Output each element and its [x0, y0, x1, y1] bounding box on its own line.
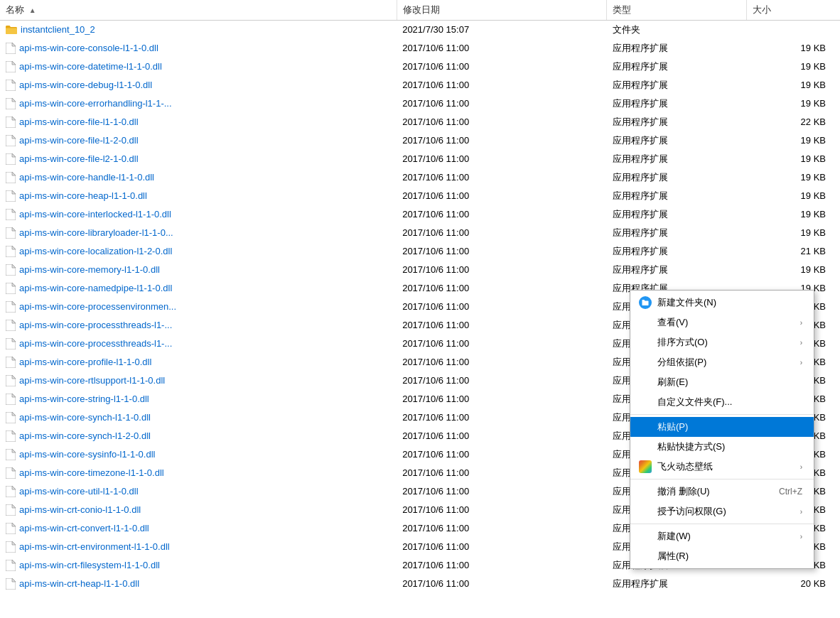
context-menu-item[interactable]: 飞火动态壁纸› [630, 457, 814, 477]
file-date-cell: 2017/10/6 11:00 [397, 205, 607, 224]
file-name-cell: api-ms-win-crt-filesystem-l1-1-0.dll [0, 556, 397, 575]
dll-icon [6, 61, 16, 72]
context-menu-item[interactable]: 查看(V)› [630, 313, 814, 332]
context-menu-item[interactable]: 刷新(E) [630, 372, 814, 392]
table-header-row: 名称 ▲ 修改日期 类型 大小 [0, 0, 840, 21]
file-size-cell: 19 KB [747, 261, 840, 279]
file-size-cell: 19 KB [747, 150, 840, 168]
file-date-cell: 2017/10/6 11:00 [397, 408, 607, 427]
file-size-cell: 19 KB [747, 76, 840, 94]
menu-item-arrow: › [800, 508, 802, 516]
menu-separator [630, 524, 814, 524]
file-name-cell: api-ms-win-core-sysinfo-l1-1-0.dll [0, 445, 397, 464]
file-name-text: api-ms-win-core-profile-l1-1-0.dll [19, 357, 151, 367]
col-header-name[interactable]: 名称 ▲ [0, 0, 397, 21]
file-name-text: api-ms-win-core-processthreads-l1-... [19, 338, 172, 349]
dll-icon [6, 153, 16, 165]
file-name-text: api-ms-win-core-namedpipe-l1-1-0.dll [19, 283, 172, 293]
dll-icon [6, 209, 16, 220]
table-row[interactable]: api-ms-win-core-memory-l1-1-0.dll2017/10… [0, 261, 840, 279]
file-name-cell: api-ms-win-core-string-l1-1-0.dll [0, 390, 397, 408]
context-menu-item[interactable]: 粘贴快捷方式(S) [630, 437, 814, 457]
col-header-size[interactable]: 大小 [747, 0, 840, 21]
dll-icon [6, 190, 16, 202]
file-type-cell: 应用程序扩展 [607, 150, 747, 168]
file-name-text: api-ms-win-core-memory-l1-1-0.dll [19, 264, 160, 275]
file-size-cell: 19 KB [747, 131, 840, 150]
file-name-cell: api-ms-win-core-processthreads-l1-... [0, 335, 397, 353]
context-menu-item[interactable]: 排序方式(O)› [630, 332, 814, 352]
table-row[interactable]: api-ms-win-crt-heap-l1-1-0.dll2017/10/6 … [0, 575, 840, 593]
context-menu-item[interactable]: 授予访问权限(G)› [630, 502, 814, 521]
dll-icon [6, 246, 16, 257]
col-size-label: 大小 [753, 4, 771, 15]
file-date-cell: 2017/10/6 11:00 [397, 445, 607, 464]
file-name-cell: api-ms-win-crt-environment-l1-1-0.dll [0, 538, 397, 556]
file-size-cell: 19 KB [747, 224, 840, 242]
table-row[interactable]: api-ms-win-core-localization-l1-2-0.dll2… [0, 242, 840, 261]
context-menu-item[interactable]: 新建文件夹(N) [630, 293, 814, 313]
file-type-cell: 应用程序扩展 [607, 242, 747, 261]
context-menu-item[interactable]: 自定义文件夹(F)... [630, 392, 814, 412]
file-name-text: api-ms-win-crt-conio-l1-1-0.dll [19, 504, 141, 515]
table-row[interactable]: api-ms-win-core-errorhandling-l1-1-...20… [0, 94, 840, 113]
file-type-cell: 应用程序扩展 [607, 131, 747, 150]
table-row[interactable]: instantclient_10_22021/7/30 15:07文件夹 [0, 21, 840, 39]
file-type-cell: 应用程序扩展 [607, 113, 747, 131]
menu-item-label: 新建文件夹(N) [657, 296, 802, 309]
table-row[interactable]: api-ms-win-core-debug-l1-1-0.dll2017/10/… [0, 76, 840, 94]
file-name-cell: api-ms-win-core-rtlsupport-l1-1-0.dll [0, 372, 397, 390]
file-name-text: api-ms-win-core-rtlsupport-l1-1-0.dll [19, 375, 165, 386]
file-date-cell: 2017/10/6 11:00 [397, 556, 607, 575]
dll-icon [6, 320, 16, 331]
dll-icon [6, 338, 16, 349]
file-name-text: api-ms-win-core-sysinfo-l1-1-0.dll [19, 449, 155, 460]
table-row[interactable]: api-ms-win-core-file-l1-1-0.dll2017/10/6… [0, 113, 840, 131]
table-row[interactable]: api-ms-win-core-interlocked-l1-1-0.dll20… [0, 205, 840, 224]
file-name-text: api-ms-win-core-errorhandling-l1-1-... [19, 98, 172, 109]
file-date-cell: 2017/10/6 11:00 [397, 131, 607, 150]
table-row[interactable]: api-ms-win-core-file-l1-2-0.dll2017/10/6… [0, 131, 840, 150]
col-header-date[interactable]: 修改日期 [397, 0, 607, 21]
file-name-text: api-ms-win-crt-convert-l1-1-0.dll [19, 523, 149, 533]
table-row[interactable]: api-ms-win-core-libraryloader-l1-1-0...2… [0, 224, 840, 242]
menu-item-arrow: › [800, 463, 802, 471]
table-row[interactable]: api-ms-win-core-heap-l1-1-0.dll2017/10/6… [0, 187, 840, 205]
folder-icon [6, 25, 17, 35]
file-name-text: api-ms-win-core-file-l2-1-0.dll [19, 153, 139, 164]
context-menu: 新建文件夹(N)查看(V)›排序方式(O)›分组依据(P)›刷新(E)自定义文件… [630, 290, 814, 569]
file-date-cell: 2017/10/6 11:00 [397, 150, 607, 168]
context-menu-item[interactable]: 撤消 删除(U)Ctrl+Z [630, 482, 814, 502]
file-name-cell: api-ms-win-core-localization-l1-2-0.dll [0, 242, 397, 261]
col-name-label: 名称 [6, 4, 24, 15]
file-name-cell: api-ms-win-core-processthreads-l1-... [0, 316, 397, 335]
file-date-cell: 2017/10/6 11:00 [397, 242, 607, 261]
menu-item-label: 刷新(E) [657, 376, 802, 389]
dll-icon [6, 172, 16, 183]
file-date-cell: 2017/10/6 11:00 [397, 519, 607, 538]
file-name-text: api-ms-win-core-synch-l1-1-0.dll [19, 412, 151, 423]
file-name-cell: api-ms-win-crt-convert-l1-1-0.dll [0, 519, 397, 538]
menu-item-shortcut: Ctrl+Z [779, 487, 802, 497]
table-row[interactable]: api-ms-win-core-file-l2-1-0.dll2017/10/6… [0, 150, 840, 168]
file-type-cell: 文件夹 [607, 21, 747, 39]
context-menu-item[interactable]: 属性(R) [630, 546, 814, 566]
table-row[interactable]: api-ms-win-core-datetime-l1-1-0.dll2017/… [0, 58, 840, 76]
sort-arrow-up: ▲ [29, 6, 36, 14]
col-header-type[interactable]: 类型 [607, 0, 747, 21]
context-menu-item[interactable]: 粘贴(P) [630, 417, 814, 437]
menu-item-icon [639, 396, 652, 408]
table-row[interactable]: api-ms-win-core-handle-l1-1-0.dll2017/10… [0, 168, 840, 187]
context-menu-item[interactable]: 分组依据(P)› [630, 352, 814, 372]
context-menu-item[interactable]: 新建(W)› [630, 526, 814, 546]
menu-item-icon [639, 356, 652, 369]
file-name-cell: api-ms-win-core-libraryloader-l1-1-0... [0, 224, 397, 242]
file-date-cell: 2017/10/6 11:00 [397, 390, 607, 408]
file-name-text: api-ms-win-core-file-l1-2-0.dll [19, 135, 139, 146]
menu-item-label: 粘贴快捷方式(S) [657, 440, 802, 453]
file-size-cell: 19 KB [747, 168, 840, 187]
file-name-cell: api-ms-win-core-datetime-l1-1-0.dll [0, 58, 397, 76]
table-row[interactable]: api-ms-win-core-console-l1-1-0.dll2017/1… [0, 39, 840, 58]
file-size-cell: 21 KB [747, 242, 840, 261]
file-date-cell: 2017/10/6 11:00 [397, 58, 607, 76]
